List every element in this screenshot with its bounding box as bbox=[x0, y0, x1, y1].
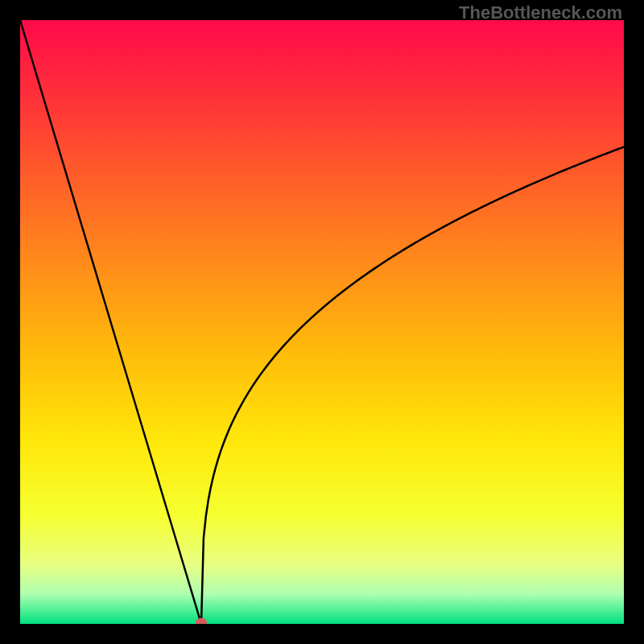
minimum-marker bbox=[196, 618, 207, 625]
watermark-text: TheBottleneck.com bbox=[459, 2, 622, 23]
chart-container: TheBottleneck.com bbox=[0, 0, 644, 644]
curve-layer bbox=[20, 20, 624, 624]
plot-area bbox=[20, 20, 624, 624]
bottleneck-curve bbox=[20, 20, 624, 624]
